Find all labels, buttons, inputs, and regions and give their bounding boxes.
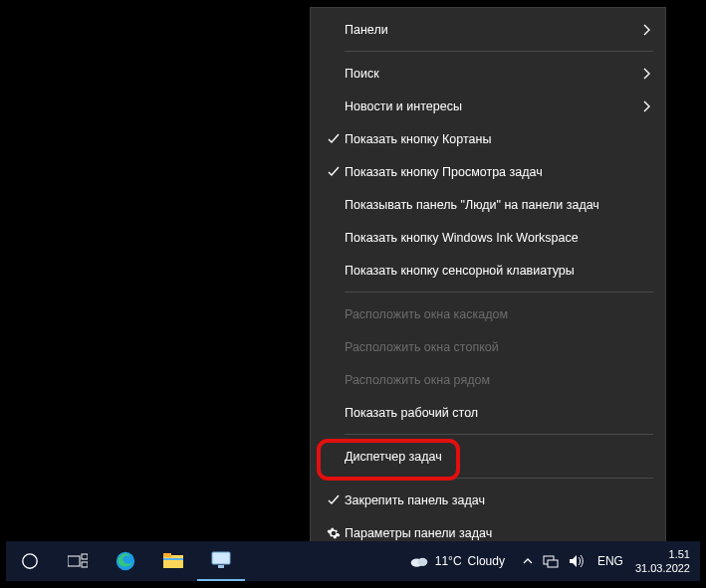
menu-item-lock-taskbar[interactable]: Закрепить панель задач <box>311 484 665 516</box>
clock-date: 31.03.2022 <box>635 561 690 575</box>
menu-separator <box>345 478 653 479</box>
menu-item-label: Диспетчер задач <box>345 450 651 464</box>
menu-item-label: Поиск <box>345 67 635 81</box>
menu-item-taskview-button[interactable]: Показать кнопку Просмотра задач <box>311 155 665 188</box>
tray-chevron-up-icon[interactable] <box>523 557 533 565</box>
svg-point-11 <box>417 558 427 566</box>
weather-cond: Cloudy <box>468 554 505 568</box>
svg-rect-2 <box>82 554 88 559</box>
check-icon <box>323 494 345 506</box>
svg-rect-3 <box>82 562 88 567</box>
chevron-right-icon <box>635 24 651 36</box>
taskbar-context-menu: Панели Поиск Новости и интересы Показать… <box>310 7 666 556</box>
menu-item-task-manager[interactable]: Диспетчер задач <box>311 440 665 473</box>
menu-item-panels[interactable]: Панели <box>311 13 665 46</box>
menu-item-search[interactable]: Поиск <box>311 57 665 90</box>
folder-icon <box>163 553 183 569</box>
menu-item-label: Показать кнопку сенсорной клавиатуры <box>345 264 651 278</box>
language-indicator[interactable]: ENG <box>591 554 629 568</box>
menu-separator <box>345 51 653 52</box>
menu-item-label: Показать кнопку Просмотра задач <box>345 165 651 179</box>
lang-label: ENG <box>597 554 623 568</box>
cortana-button[interactable] <box>6 541 54 581</box>
cloud-icon <box>409 553 429 569</box>
menu-item-label: Расположить окна каскадом <box>345 307 651 321</box>
menu-item-label: Показать кнопку Windows Ink Workspace <box>345 231 651 245</box>
menu-item-label: Расположить окна стопкой <box>345 340 651 354</box>
svg-rect-6 <box>163 553 171 557</box>
taskbar: 11°C Cloudy ENG 1.51 31.03.2022 <box>6 541 700 581</box>
running-app-button[interactable] <box>197 541 245 581</box>
menu-item-label: Параметры панели задач <box>345 526 651 540</box>
clock[interactable]: 1.51 31.03.2022 <box>629 547 700 575</box>
menu-item-label: Новости и интересы <box>345 99 635 113</box>
gear-icon <box>323 526 345 540</box>
system-tray: 11°C Cloudy ENG 1.51 31.03.2022 <box>405 541 700 581</box>
menu-item-news[interactable]: Новости и интересы <box>311 90 665 122</box>
menu-item-label: Показать рабочий стол <box>345 406 651 420</box>
menu-item-label: Панели <box>345 23 635 37</box>
svg-rect-7 <box>163 558 183 560</box>
monitor-icon <box>211 551 231 569</box>
svg-rect-8 <box>212 552 230 564</box>
menu-item-cascade-windows: Расположить окна каскадом <box>311 297 665 330</box>
cortana-icon <box>21 552 39 570</box>
menu-item-side-windows: Расположить окна рядом <box>311 363 665 396</box>
edge-icon <box>115 550 136 572</box>
weather-widget[interactable]: 11°C Cloudy <box>405 553 515 569</box>
chevron-right-icon <box>635 100 651 112</box>
volume-icon[interactable] <box>569 554 584 568</box>
check-icon <box>323 133 345 145</box>
svg-rect-13 <box>548 560 558 567</box>
menu-item-ink-workspace[interactable]: Показать кнопку Windows Ink Workspace <box>311 221 665 254</box>
menu-separator <box>345 292 653 293</box>
chevron-right-icon <box>635 68 651 80</box>
menu-item-show-desktop[interactable]: Показать рабочий стол <box>311 396 665 429</box>
menu-item-label: Закрепить панель задач <box>345 493 651 507</box>
menu-item-label: Расположить окна рядом <box>345 373 651 387</box>
edge-button[interactable] <box>102 541 149 581</box>
file-explorer-button[interactable] <box>149 541 197 581</box>
weather-temp: 11°C <box>435 554 462 568</box>
task-view-icon <box>68 553 88 569</box>
network-icon[interactable] <box>543 554 559 568</box>
menu-item-label: Показать кнопку Кортаны <box>345 132 651 146</box>
task-view-button[interactable] <box>54 541 102 581</box>
menu-item-stack-windows: Расположить окна стопкой <box>311 330 665 363</box>
svg-rect-9 <box>218 565 224 568</box>
menu-item-people-bar[interactable]: Показывать панель "Люди" на панели задач <box>311 188 665 221</box>
menu-item-cortana-button[interactable]: Показать кнопку Кортаны <box>311 122 665 155</box>
check-icon <box>323 166 345 178</box>
menu-item-touch-keyboard[interactable]: Показать кнопку сенсорной клавиатуры <box>311 254 665 287</box>
clock-time: 1.51 <box>635 547 690 561</box>
menu-item-label: Показывать панель "Люди" на панели задач <box>345 198 651 212</box>
menu-separator <box>345 434 653 435</box>
svg-point-0 <box>23 554 37 568</box>
svg-rect-1 <box>68 556 80 566</box>
